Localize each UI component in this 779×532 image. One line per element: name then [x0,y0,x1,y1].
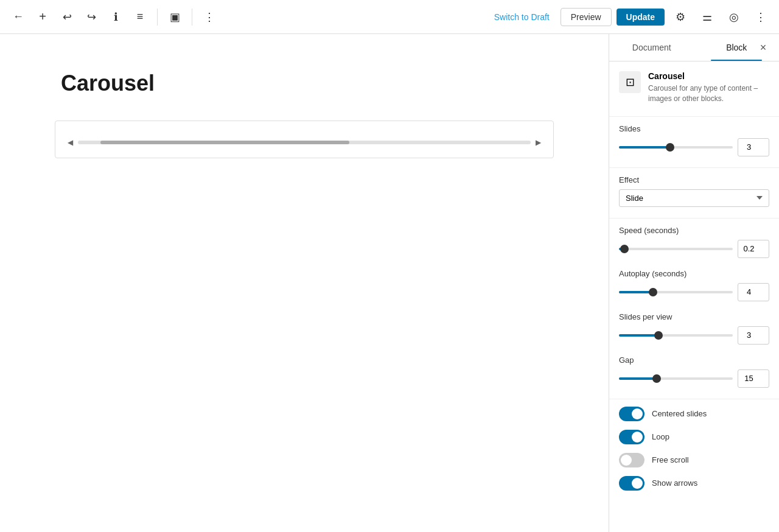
slides-per-view-slider[interactable] [619,334,733,337]
speed-slider[interactable] [619,248,733,250]
divider-1 [609,116,779,117]
preview-button[interactable]: Preview [561,8,612,26]
sidebar: Document Block × ⊡ Carousel Carousel for… [609,34,779,532]
free-scroll-knob [621,455,632,466]
slides-row [619,138,769,156]
gap-slider[interactable] [619,377,733,380]
toolbar-divider-2 [192,9,192,26]
effect-select[interactable]: Slide Fade Cube Flip [619,189,769,207]
carousel-scrollbar: ◀ ▶ [65,137,543,148]
toolbar-right: Switch to Draft Preview Update ⚙ ⚌ ◎ ⋮ [488,6,772,28]
free-scroll-row: Free scroll [619,453,769,467]
loop-toggle[interactable] [619,430,645,444]
main-area: Carousel ◀ ▶ Document Block [0,34,779,532]
toolbar-divider [157,9,158,26]
redo-button[interactable]: ↪ [80,6,102,28]
divider-3 [609,218,779,219]
back-button[interactable]: ← [7,6,29,28]
autoplay-slider[interactable] [619,291,733,293]
autoplay-input[interactable] [738,283,769,301]
layout-button[interactable]: ▣ [164,6,186,28]
sidebar-content: ⊡ Carousel Carousel for any type of cont… [609,61,779,532]
tab-document[interactable]: Document [609,34,694,61]
block-info: ⊡ Carousel Carousel for any type of cont… [619,71,769,104]
speed-input[interactable] [738,240,769,258]
centered-slides-row: Centered slides [619,407,769,421]
show-arrows-label: Show arrows [652,478,697,488]
loop-knob [632,432,643,443]
slides-input[interactable] [738,138,769,156]
info-icon: ℹ [114,10,118,24]
list-view-button[interactable]: ≡ [129,6,151,28]
slides-label: Slides [619,124,769,133]
settings-icon: ⚙ [676,10,685,24]
undo-icon: ↩ [63,10,72,24]
redo-icon: ↪ [87,10,96,24]
settings-button[interactable]: ⚙ [669,6,691,28]
layout-icon: ▣ [170,10,180,24]
show-arrows-toggle[interactable] [619,476,645,491]
editor-inner: Carousel ◀ ▶ [55,71,554,158]
close-sidebar-button[interactable]: × [755,39,772,56]
block-icon: ⊡ [619,71,641,93]
add-block-button[interactable]: + [32,6,54,28]
back-icon: ← [13,10,24,23]
block-info-text: Carousel Carousel for any type of conten… [648,71,769,104]
toolbar-left: ← + ↩ ↪ ℹ ≡ ▣ ⋮ [7,6,220,28]
slides-per-view-input[interactable] [738,326,769,345]
scrollbar-thumb [100,141,349,144]
more-options-button[interactable]: ⋮ [198,6,220,28]
circle-icon: ◎ [729,10,739,24]
autoplay-control: Autoplay (seconds) [619,269,769,301]
page-title: Carousel [55,71,554,96]
more-icon: ⋮ [204,10,215,24]
update-button[interactable]: Update [617,9,665,26]
carousel-icon: ⊡ [626,75,635,89]
free-scroll-label: Free scroll [652,455,689,464]
scroll-left-arrow[interactable]: ◀ [65,137,75,148]
sliders-icon: ⚌ [702,10,712,24]
sliders-button[interactable]: ⚌ [696,6,718,28]
show-arrows-row: Show arrows [619,476,769,491]
add-icon: + [39,10,46,24]
undo-button[interactable]: ↩ [56,6,78,28]
centered-slides-toggle[interactable] [619,407,645,421]
speed-label: Speed (seconds) [619,226,769,235]
circle-button[interactable]: ◎ [723,6,745,28]
show-arrows-knob [632,478,643,489]
autoplay-row [619,283,769,301]
slides-per-view-label: Slides per view [619,312,769,321]
loop-label: Loop [652,432,669,441]
kebab-button[interactable]: ⋮ [750,6,772,28]
slides-control: Slides [619,124,769,156]
speed-row [619,240,769,258]
list-icon: ≡ [137,10,144,23]
toolbar: ← + ↩ ↪ ℹ ≡ ▣ ⋮ Switch to Draft Preview … [0,0,779,34]
divider-2 [609,167,779,168]
centered-slides-knob [632,408,643,419]
block-title: Carousel [648,71,769,81]
info-button[interactable]: ℹ [105,6,127,28]
gap-row [619,369,769,388]
slides-per-view-row [619,326,769,345]
gap-control: Gap [619,355,769,388]
loop-row: Loop [619,430,769,444]
scrollbar-track[interactable] [78,141,531,144]
free-scroll-toggle[interactable] [619,453,645,467]
slides-per-view-control: Slides per view [619,312,769,345]
kebab-icon: ⋮ [755,10,766,24]
carousel-block: ◀ ▶ [55,121,554,158]
scroll-right-arrow[interactable]: ▶ [533,137,543,148]
gap-input[interactable] [738,369,769,388]
centered-slides-label: Centered slides [652,409,707,418]
sidebar-tabs: Document Block × [609,34,779,61]
editor: Carousel ◀ ▶ [0,34,609,532]
effect-label: Effect [619,175,769,184]
autoplay-label: Autoplay (seconds) [619,269,769,278]
slides-slider[interactable] [619,146,733,149]
speed-control: Speed (seconds) [619,226,769,258]
divider-4 [609,399,779,399]
switch-draft-button[interactable]: Switch to Draft [488,9,556,26]
gap-label: Gap [619,355,769,365]
block-description: Carousel for any type of content – image… [648,83,769,104]
